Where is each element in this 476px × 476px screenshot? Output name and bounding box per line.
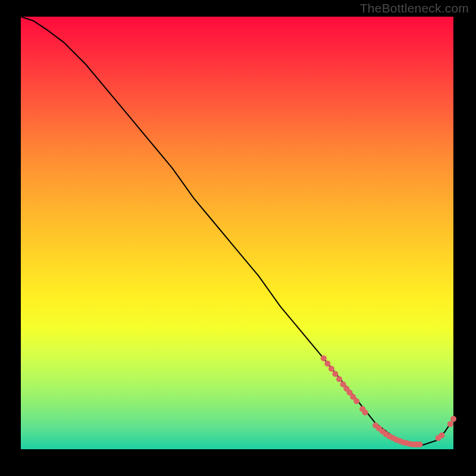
data-point <box>333 371 339 377</box>
highlight-dots <box>321 355 456 447</box>
data-point <box>328 366 334 372</box>
data-point <box>447 421 453 427</box>
watermark-text: TheBottleneck.com <box>360 1 469 15</box>
plot-area <box>21 17 453 449</box>
data-point <box>416 441 422 447</box>
data-point <box>336 376 342 382</box>
bottleneck-curve <box>21 17 453 445</box>
data-point <box>362 409 368 415</box>
data-point <box>353 398 359 404</box>
data-point <box>321 355 327 361</box>
curve-svg <box>21 17 453 449</box>
data-point <box>450 416 456 422</box>
chart-frame: TheBottleneck.com <box>0 0 476 476</box>
data-point <box>439 433 444 439</box>
data-point <box>324 361 330 367</box>
